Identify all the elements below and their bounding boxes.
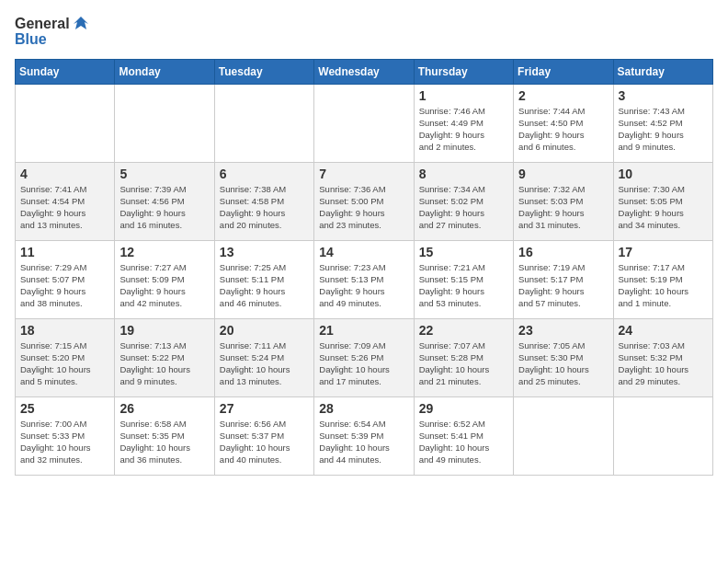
column-header-tuesday: Tuesday [214, 59, 313, 84]
calendar-week-row: 4Sunrise: 7:41 AM Sunset: 4:54 PM Daylig… [16, 162, 713, 240]
svg-marker-0 [74, 17, 88, 29]
day-info: Sunrise: 7:19 AM Sunset: 5:17 PM Dayligh… [518, 261, 608, 310]
day-info: Sunrise: 7:00 AM Sunset: 5:33 PM Dayligh… [20, 418, 109, 466]
logo-blue-text: Blue [15, 31, 90, 48]
day-number: 22 [419, 323, 508, 338]
day-number: 4 [20, 167, 109, 181]
day-number: 19 [119, 323, 209, 338]
calendar-week-row: 1Sunrise: 7:46 AM Sunset: 4:49 PM Daylig… [16, 84, 713, 162]
calendar-day-cell: 10Sunrise: 7:30 AM Sunset: 5:05 PM Dayli… [613, 162, 712, 240]
calendar-week-row: 25Sunrise: 7:00 AM Sunset: 5:33 PM Dayli… [16, 396, 713, 475]
calendar-day-cell: 26Sunrise: 6:58 AM Sunset: 5:35 PM Dayli… [115, 396, 214, 475]
calendar-day-cell: 20Sunrise: 7:11 AM Sunset: 5:24 PM Dayli… [214, 318, 313, 396]
day-info: Sunrise: 7:32 AM Sunset: 5:03 PM Dayligh… [518, 183, 608, 232]
day-number: 17 [619, 245, 708, 259]
day-number: 28 [319, 401, 408, 416]
day-number: 7 [319, 167, 408, 181]
day-number: 11 [20, 245, 109, 259]
day-info: Sunrise: 7:46 AM Sunset: 4:49 PM Dayligh… [419, 105, 508, 154]
day-info: Sunrise: 7:44 AM Sunset: 4:50 PM Dayligh… [518, 105, 608, 154]
calendar-day-cell: 4Sunrise: 7:41 AM Sunset: 4:54 PM Daylig… [16, 162, 115, 240]
calendar-day-cell: 1Sunrise: 7:46 AM Sunset: 4:49 PM Daylig… [414, 84, 513, 162]
calendar-day-cell [613, 396, 712, 475]
day-number: 20 [220, 323, 309, 338]
column-header-monday: Monday [115, 59, 214, 84]
day-info: Sunrise: 7:38 AM Sunset: 4:58 PM Dayligh… [220, 183, 309, 232]
day-number: 10 [619, 167, 708, 181]
day-info: Sunrise: 7:11 AM Sunset: 5:24 PM Dayligh… [220, 339, 309, 388]
day-info: Sunrise: 6:56 AM Sunset: 5:37 PM Dayligh… [220, 418, 309, 466]
calendar-day-cell: 13Sunrise: 7:25 AM Sunset: 5:11 PM Dayli… [214, 240, 313, 318]
calendar-day-cell [115, 84, 214, 162]
calendar-day-cell: 25Sunrise: 7:00 AM Sunset: 5:33 PM Dayli… [16, 396, 115, 475]
calendar-day-cell: 7Sunrise: 7:36 AM Sunset: 5:00 PM Daylig… [314, 162, 414, 240]
day-info: Sunrise: 7:27 AM Sunset: 5:09 PM Dayligh… [119, 261, 209, 310]
day-number: 27 [220, 401, 309, 416]
day-number: 13 [220, 245, 309, 259]
calendar-day-cell: 15Sunrise: 7:21 AM Sunset: 5:15 PM Dayli… [414, 240, 513, 318]
calendar-day-cell [314, 84, 414, 162]
day-number: 8 [419, 167, 508, 181]
calendar-day-cell [16, 84, 115, 162]
day-number: 2 [518, 88, 608, 103]
day-number: 16 [518, 245, 608, 259]
day-number: 23 [518, 323, 608, 338]
day-info: Sunrise: 7:34 AM Sunset: 5:02 PM Dayligh… [419, 183, 508, 232]
calendar-day-cell [514, 396, 613, 475]
day-number: 5 [119, 167, 209, 181]
calendar-day-cell: 29Sunrise: 6:52 AM Sunset: 5:41 PM Dayli… [414, 396, 513, 475]
calendar-table: SundayMondayTuesdayWednesdayThursdayFrid… [15, 59, 713, 476]
calendar-day-cell: 3Sunrise: 7:43 AM Sunset: 4:52 PM Daylig… [613, 84, 712, 162]
column-header-sunday: Sunday [16, 59, 115, 84]
day-info: Sunrise: 7:43 AM Sunset: 4:52 PM Dayligh… [619, 105, 708, 154]
day-number: 18 [20, 323, 109, 338]
calendar-day-cell [214, 84, 313, 162]
day-number: 26 [119, 401, 209, 416]
column-header-friday: Friday [514, 59, 613, 84]
calendar-header-row: SundayMondayTuesdayWednesdayThursdayFrid… [16, 59, 713, 84]
day-number: 1 [419, 88, 508, 103]
day-info: Sunrise: 7:09 AM Sunset: 5:26 PM Dayligh… [319, 339, 408, 388]
calendar-week-row: 18Sunrise: 7:15 AM Sunset: 5:20 PM Dayli… [16, 318, 713, 396]
day-info: Sunrise: 6:58 AM Sunset: 5:35 PM Dayligh… [119, 418, 209, 466]
day-number: 25 [20, 401, 109, 416]
day-info: Sunrise: 7:41 AM Sunset: 4:54 PM Dayligh… [20, 183, 109, 232]
calendar-day-cell: 18Sunrise: 7:15 AM Sunset: 5:20 PM Dayli… [16, 318, 115, 396]
calendar-day-cell: 2Sunrise: 7:44 AM Sunset: 4:50 PM Daylig… [514, 84, 613, 162]
day-number: 15 [419, 245, 508, 259]
day-info: Sunrise: 7:05 AM Sunset: 5:30 PM Dayligh… [518, 339, 608, 388]
day-number: 14 [319, 245, 408, 259]
calendar-day-cell: 8Sunrise: 7:34 AM Sunset: 5:02 PM Daylig… [414, 162, 513, 240]
calendar-day-cell: 17Sunrise: 7:17 AM Sunset: 5:19 PM Dayli… [613, 240, 712, 318]
day-number: 6 [220, 167, 309, 181]
logo-general-text: General [15, 16, 70, 32]
calendar-day-cell: 24Sunrise: 7:03 AM Sunset: 5:32 PM Dayli… [613, 318, 712, 396]
logo: General Blue [15, 15, 90, 48]
day-number: 21 [319, 323, 408, 338]
calendar-day-cell: 12Sunrise: 7:27 AM Sunset: 5:09 PM Dayli… [115, 240, 214, 318]
calendar-day-cell: 19Sunrise: 7:13 AM Sunset: 5:22 PM Dayli… [115, 318, 214, 396]
column-header-thursday: Thursday [414, 59, 513, 84]
calendar-day-cell: 28Sunrise: 6:54 AM Sunset: 5:39 PM Dayli… [314, 396, 414, 475]
day-info: Sunrise: 6:54 AM Sunset: 5:39 PM Dayligh… [319, 418, 408, 466]
day-info: Sunrise: 7:17 AM Sunset: 5:19 PM Dayligh… [619, 261, 708, 310]
calendar-day-cell: 22Sunrise: 7:07 AM Sunset: 5:28 PM Dayli… [414, 318, 513, 396]
day-info: Sunrise: 7:39 AM Sunset: 4:56 PM Dayligh… [119, 183, 209, 232]
calendar-day-cell: 9Sunrise: 7:32 AM Sunset: 5:03 PM Daylig… [514, 162, 613, 240]
day-number: 29 [419, 401, 508, 416]
day-info: Sunrise: 7:25 AM Sunset: 5:11 PM Dayligh… [220, 261, 309, 310]
calendar-week-row: 11Sunrise: 7:29 AM Sunset: 5:07 PM Dayli… [16, 240, 713, 318]
day-info: Sunrise: 7:03 AM Sunset: 5:32 PM Dayligh… [619, 339, 708, 388]
day-info: Sunrise: 7:29 AM Sunset: 5:07 PM Dayligh… [20, 261, 109, 310]
day-info: Sunrise: 7:15 AM Sunset: 5:20 PM Dayligh… [20, 339, 109, 388]
calendar-day-cell: 11Sunrise: 7:29 AM Sunset: 5:07 PM Dayli… [16, 240, 115, 318]
day-number: 3 [619, 88, 708, 103]
calendar-day-cell: 21Sunrise: 7:09 AM Sunset: 5:26 PM Dayli… [314, 318, 414, 396]
calendar-day-cell: 6Sunrise: 7:38 AM Sunset: 4:58 PM Daylig… [214, 162, 313, 240]
day-number: 12 [119, 245, 209, 259]
day-info: Sunrise: 7:30 AM Sunset: 5:05 PM Dayligh… [619, 183, 708, 232]
calendar-day-cell: 5Sunrise: 7:39 AM Sunset: 4:56 PM Daylig… [115, 162, 214, 240]
page-header: General Blue [15, 15, 713, 48]
calendar-day-cell: 14Sunrise: 7:23 AM Sunset: 5:13 PM Dayli… [314, 240, 414, 318]
column-header-saturday: Saturday [613, 59, 712, 84]
